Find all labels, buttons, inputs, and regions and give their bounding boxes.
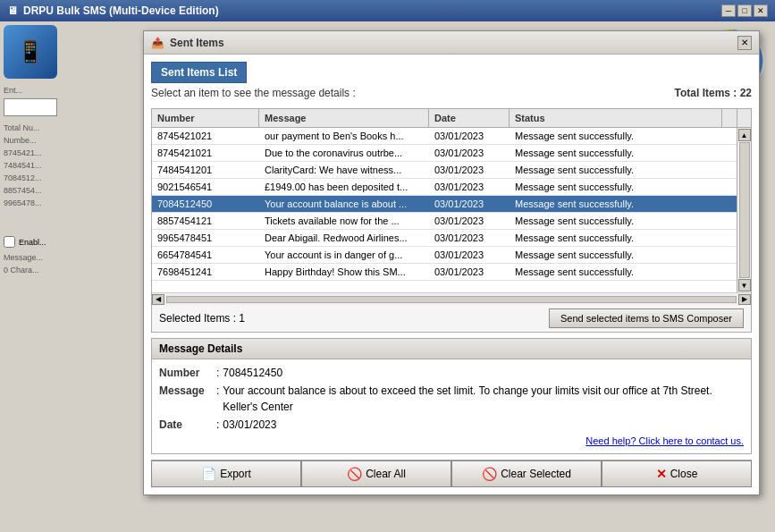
section-header-label: Sent Items List: [151, 62, 247, 83]
col-message: Message: [259, 109, 429, 127]
action-buttons-row: 📄 Export 🚫 Clear All 🚫 Clear Selected ✕ …: [151, 460, 752, 487]
table-row-selected[interactable]: 7084512450 Your account balance is about…: [152, 196, 737, 213]
message-details-header: Message Details: [152, 339, 751, 359]
bg-input-1[interactable]: [4, 98, 57, 116]
cell-number: 8857454121: [152, 213, 259, 229]
help-link[interactable]: Need help? Click here to contact us.: [585, 434, 744, 449]
table-row[interactable]: 8857454121 Tickets available now for the…: [152, 213, 737, 230]
cell-date: 03/01/2023: [429, 247, 510, 263]
table-scrollbar-header: [737, 109, 751, 128]
table-scrollbar[interactable]: ▲ ▼: [737, 128, 751, 292]
message-label: Message: [159, 383, 213, 415]
cell-number: 7084512450: [152, 196, 259, 212]
modal-title-text: Sent Items: [170, 37, 224, 49]
cell-message: our payment to Ben's Books h...: [259, 128, 429, 144]
section-instruction-row: Select an item to see the message detail…: [151, 87, 752, 99]
app-left-sidebar: 📱 Ent... Total Nu... Numbe... 8745421...…: [0, 21, 72, 532]
cell-status: Message sent successfully.: [510, 179, 737, 195]
cell-status: Message sent successfully.: [510, 264, 737, 280]
app-icon: 🖥: [7, 4, 18, 17]
date-value: 03/01/2023: [223, 417, 276, 433]
scroll-right-btn[interactable]: ▶: [738, 294, 751, 305]
cell-number: 6654784541: [152, 247, 259, 263]
cell-message: Dear Abigail. Redwood Airlines...: [259, 230, 429, 246]
table-row[interactable]: 9021546541 £1949.00 has been deposited t…: [152, 179, 737, 196]
table-body: 8745421021 our payment to Ben's Books h.…: [152, 128, 751, 292]
cell-date: 03/01/2023: [429, 179, 510, 195]
bg-message-label: Message...: [4, 253, 68, 262]
clear-selected-button[interactable]: 🚫 Clear Selected: [451, 460, 602, 487]
table-header: Number Message Date Status: [152, 109, 737, 128]
cell-message: Due to the coronavirus outrbe...: [259, 145, 429, 161]
bg-checkbox: Enabl...: [4, 236, 68, 248]
app-center: 📤 Sent Items ✕ Sent Items List Select an…: [72, 21, 690, 532]
instruction-text: Select an item to see the message detail…: [151, 87, 356, 99]
cell-message: Tickets available now for the ...: [259, 213, 429, 229]
app-title: DRPU Bulk SMS (Multi-Device Edition): [23, 4, 219, 17]
cell-date: 03/01/2023: [429, 213, 510, 229]
bg-num-2: 7484541...: [4, 161, 68, 170]
table-row[interactable]: 9965478451 Dear Abigail. Redwood Airline…: [152, 230, 737, 247]
table-row[interactable]: 7698451241 Happy Birthday! Show this SM.…: [152, 264, 737, 281]
number-value: 7084512450: [223, 365, 282, 381]
cell-message: Your account balance is about ...: [259, 196, 429, 212]
bg-label-numbe: Numbe...: [4, 136, 68, 145]
message-details-body: Number : 7084512450 Message : Your accou…: [152, 359, 751, 453]
cell-number: 8745421021: [152, 128, 259, 144]
detail-date-row: Date : 03/01/2023: [159, 417, 744, 433]
cell-date: 03/01/2023: [429, 128, 510, 144]
table-header-row: Number Message Date Status: [152, 109, 751, 128]
minimize-button[interactable]: ─: [721, 4, 736, 17]
table-row[interactable]: 8745421021 our payment to Ben's Books h.…: [152, 128, 737, 145]
app-logo: 📱: [4, 25, 57, 79]
cell-date: 03/01/2023: [429, 264, 510, 280]
export-button[interactable]: 📄 Export: [151, 460, 301, 487]
cell-message: £1949.00 has been deposited t...: [259, 179, 429, 195]
detail-message-row: Message : Your account balance is about …: [159, 383, 744, 415]
scroll-track: [739, 142, 750, 278]
close-label: Close: [670, 468, 698, 480]
clear-all-icon: 🚫: [347, 467, 362, 481]
bg-scrollbar: [4, 215, 68, 229]
cell-status: Message sent successfully.: [510, 213, 737, 229]
send-to-composer-button[interactable]: Send selected items to SMS Composer: [549, 308, 744, 328]
cell-status: Message sent successfully.: [510, 196, 737, 212]
bg-enable-checkbox[interactable]: [4, 236, 15, 248]
number-label: Number: [159, 365, 213, 381]
cell-status: Message sent successfully.: [510, 128, 737, 144]
export-label: Export: [220, 468, 251, 480]
detail-number-row: Number : 7084512450: [159, 365, 744, 381]
table-row[interactable]: 7484541201 ClarityCard: We have witness.…: [152, 162, 737, 179]
close-app-button[interactable]: ✕: [754, 4, 768, 17]
cell-date: 03/01/2023: [429, 145, 510, 161]
clear-selected-icon: 🚫: [482, 467, 497, 481]
scroll-left-btn[interactable]: ◀: [152, 294, 164, 305]
modal-icon: 📤: [151, 37, 164, 49]
clear-all-button[interactable]: 🚫 Clear All: [301, 460, 451, 487]
cell-number: 7698451241: [152, 264, 259, 280]
cell-status: Message sent successfully.: [510, 230, 737, 246]
number-separator: :: [216, 365, 219, 381]
modal-title-bar: 📤 Sent Items ✕: [144, 31, 759, 55]
col-date: Date: [429, 109, 510, 127]
cell-date: 03/01/2023: [429, 196, 510, 212]
scroll-down-btn[interactable]: ▼: [738, 279, 751, 291]
close-button[interactable]: ✕ Close: [602, 460, 752, 487]
scroll-up-btn[interactable]: ▲: [738, 129, 751, 141]
cell-date: 03/01/2023: [429, 230, 510, 246]
date-separator: :: [216, 417, 219, 433]
bg-char-count: 0 Chara...: [4, 266, 68, 274]
table-rows-area[interactable]: 8745421021 our payment to Ben's Books h.…: [152, 128, 737, 292]
table-row[interactable]: 6654784541 Your account is in danger of …: [152, 247, 737, 264]
modal-close-button[interactable]: ✕: [737, 36, 752, 50]
horiz-scrollbar[interactable]: ◀ ▶: [152, 292, 751, 305]
clear-selected-label: Clear Selected: [501, 468, 571, 480]
maximize-button[interactable]: □: [737, 4, 752, 17]
table-row[interactable]: 8745421021 Due to the coronavirus outrbe…: [152, 145, 737, 162]
cell-number: 9965478451: [152, 230, 259, 246]
date-label: Date: [159, 417, 213, 433]
message-value: Your account balance is about to exceed …: [223, 383, 744, 415]
cell-message: ClarityCard: We have witness...: [259, 162, 429, 178]
title-bar-left: 🖥 DRPU Bulk SMS (Multi-Device Edition): [7, 4, 219, 17]
col-number: Number: [152, 109, 259, 127]
